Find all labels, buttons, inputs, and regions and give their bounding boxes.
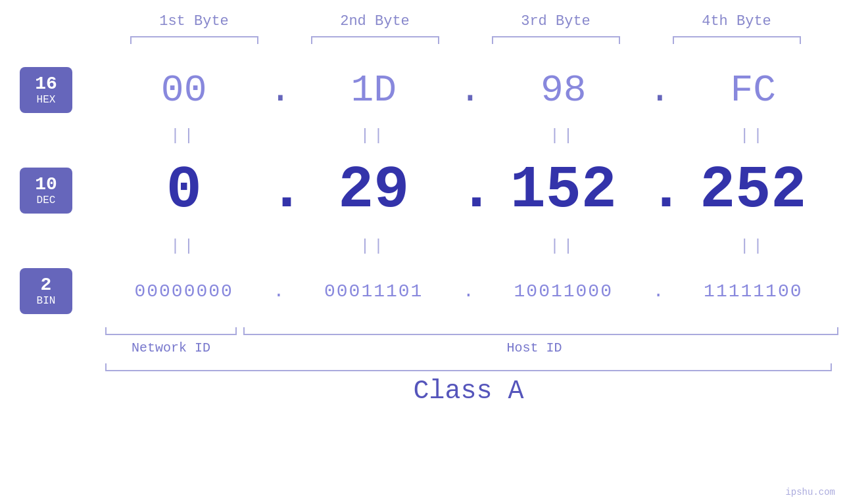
network-id-section: Network ID xyxy=(105,327,237,355)
hex-badge: 16 HEX xyxy=(20,67,72,113)
hex-base: HEX xyxy=(37,94,56,106)
bracket-2 xyxy=(311,36,439,44)
byte3-header: 3rd Byte xyxy=(483,13,628,30)
hex-byte2: 1D xyxy=(301,69,446,112)
hex-row: 16 HEX 00 . 1D . 98 . FC xyxy=(0,57,845,123)
bottom-bracket-container: Network ID Host ID xyxy=(0,327,845,355)
equals-1-b3: || xyxy=(491,127,636,145)
equals-values-2: || || || || xyxy=(92,237,845,255)
hex-byte4: FC xyxy=(681,69,825,112)
bin-badge: 2 BIN xyxy=(20,268,72,314)
bracket-4 xyxy=(673,36,801,44)
byte1-header: 1st Byte xyxy=(122,13,266,30)
bracket-3 xyxy=(492,36,620,44)
class-section: Class A xyxy=(0,363,845,406)
hex-dot3: . xyxy=(648,69,668,112)
bin-values-row: 00000000 . 00011101 . 10011000 . 1111110… xyxy=(92,281,845,302)
bin-dot1: . xyxy=(269,281,289,302)
bin-base: BIN xyxy=(37,295,56,307)
dec-dot3: . xyxy=(648,157,668,224)
dec-byte2: 29 xyxy=(301,157,446,224)
equals-1-b4: || xyxy=(681,127,825,145)
host-id-label: Host ID xyxy=(506,340,562,355)
dec-byte1: 0 xyxy=(112,157,256,224)
top-bracket-row xyxy=(104,36,827,44)
bin-row: 2 BIN 00000000 . 00011101 . 10011000 . 1… xyxy=(0,258,845,324)
equals-values-1: || || || || xyxy=(92,127,845,145)
dec-row: 10 DEC 0 . 29 . 152 . 252 xyxy=(0,148,845,233)
byte-headers: 1st Byte 2nd Byte 3rd Byte 4th Byte xyxy=(104,13,827,30)
dec-base: DEC xyxy=(37,195,56,206)
dec-label-cell: 10 DEC xyxy=(0,168,92,214)
network-id-bracket xyxy=(105,327,237,335)
dec-byte4: 252 xyxy=(681,157,825,224)
hex-values-row: 00 . 1D . 98 . FC xyxy=(92,69,845,112)
equals-2-b1: || xyxy=(112,237,256,255)
bin-byte2: 00011101 xyxy=(301,281,446,302)
hex-byte3: 98 xyxy=(491,69,636,112)
dec-dot2: . xyxy=(458,157,478,224)
bin-dot3: . xyxy=(648,281,668,302)
hex-dot1: . xyxy=(269,69,289,112)
bin-num: 2 xyxy=(41,275,52,296)
equals-2-b4: || xyxy=(681,237,825,255)
class-bracket xyxy=(105,363,832,371)
equals-row-2: || || || || xyxy=(0,233,845,258)
class-label: Class A xyxy=(105,377,832,406)
bin-dot2: . xyxy=(458,281,478,302)
equals-2-b3: || xyxy=(491,237,636,255)
dec-values-row: 0 . 29 . 152 . 252 xyxy=(92,157,845,224)
network-id-label: Network ID xyxy=(132,340,210,355)
main-container: 1st Byte 2nd Byte 3rd Byte 4th Byte 16 H… xyxy=(0,0,845,504)
equals-row-1: || || || || xyxy=(0,123,845,148)
bin-label-cell: 2 BIN xyxy=(0,268,92,314)
dec-byte3: 152 xyxy=(491,157,636,224)
equals-1-b1: || xyxy=(112,127,256,145)
host-id-bracket xyxy=(243,327,838,335)
byte2-header: 2nd Byte xyxy=(302,13,447,30)
equals-2-b2: || xyxy=(301,237,446,255)
hex-num: 16 xyxy=(35,74,57,95)
bracket-1 xyxy=(130,36,258,44)
dec-dot1: . xyxy=(269,157,289,224)
watermark: ipshu.com xyxy=(785,487,835,497)
host-id-section: Host ID xyxy=(237,327,832,355)
equals-1-b2: || xyxy=(301,127,446,145)
hex-byte1: 00 xyxy=(112,69,256,112)
hex-label-cell: 16 HEX xyxy=(0,67,92,113)
bin-byte1: 00000000 xyxy=(112,281,256,302)
hex-dot2: . xyxy=(458,69,478,112)
bin-byte4: 11111100 xyxy=(681,281,825,302)
dec-badge: 10 DEC xyxy=(20,168,72,214)
dec-num: 10 xyxy=(35,175,57,195)
bin-byte3: 10011000 xyxy=(491,281,636,302)
byte4-header: 4th Byte xyxy=(664,13,809,30)
